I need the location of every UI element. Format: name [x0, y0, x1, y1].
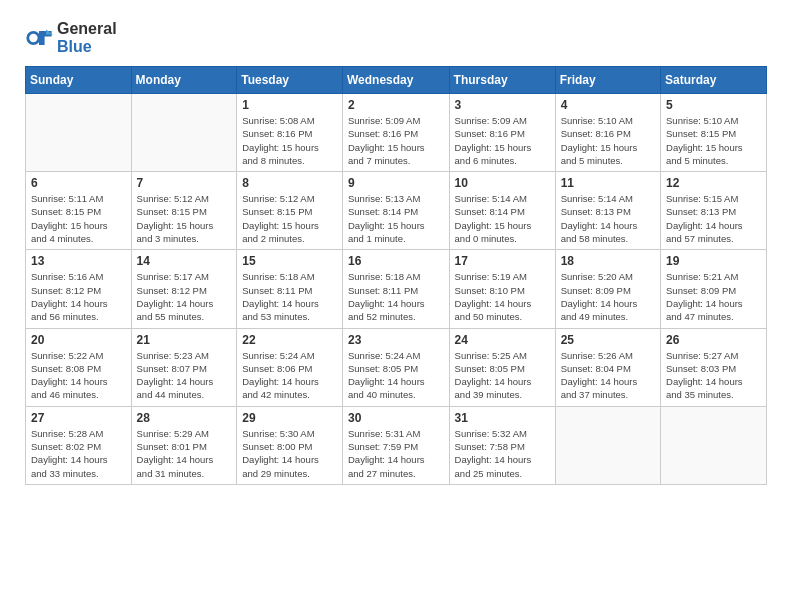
- calendar-week-row-1: 1Sunrise: 5:08 AM Sunset: 8:16 PM Daylig…: [26, 94, 767, 172]
- day-info: Sunrise: 5:18 AM Sunset: 8:11 PM Dayligh…: [242, 270, 337, 323]
- day-info: Sunrise: 5:20 AM Sunset: 8:09 PM Dayligh…: [561, 270, 655, 323]
- weekday-header-monday: Monday: [131, 67, 237, 94]
- calendar-cell: 26Sunrise: 5:27 AM Sunset: 8:03 PM Dayli…: [661, 328, 767, 406]
- calendar-cell: 17Sunrise: 5:19 AM Sunset: 8:10 PM Dayli…: [449, 250, 555, 328]
- calendar-cell: 22Sunrise: 5:24 AM Sunset: 8:06 PM Dayli…: [237, 328, 343, 406]
- calendar-cell: 19Sunrise: 5:21 AM Sunset: 8:09 PM Dayli…: [661, 250, 767, 328]
- day-number: 24: [455, 333, 550, 347]
- day-number: 23: [348, 333, 444, 347]
- day-number: 15: [242, 254, 337, 268]
- day-number: 12: [666, 176, 761, 190]
- logo-icon: [25, 24, 53, 52]
- day-number: 11: [561, 176, 655, 190]
- day-info: Sunrise: 5:28 AM Sunset: 8:02 PM Dayligh…: [31, 427, 126, 480]
- day-info: Sunrise: 5:14 AM Sunset: 8:13 PM Dayligh…: [561, 192, 655, 245]
- calendar-week-row-5: 27Sunrise: 5:28 AM Sunset: 8:02 PM Dayli…: [26, 406, 767, 484]
- day-number: 4: [561, 98, 655, 112]
- calendar-cell: 7Sunrise: 5:12 AM Sunset: 8:15 PM Daylig…: [131, 172, 237, 250]
- calendar-cell: [26, 94, 132, 172]
- day-number: 16: [348, 254, 444, 268]
- day-info: Sunrise: 5:21 AM Sunset: 8:09 PM Dayligh…: [666, 270, 761, 323]
- calendar-cell: 20Sunrise: 5:22 AM Sunset: 8:08 PM Dayli…: [26, 328, 132, 406]
- day-info: Sunrise: 5:17 AM Sunset: 8:12 PM Dayligh…: [137, 270, 232, 323]
- calendar-cell: 31Sunrise: 5:32 AM Sunset: 7:58 PM Dayli…: [449, 406, 555, 484]
- calendar-cell: 21Sunrise: 5:23 AM Sunset: 8:07 PM Dayli…: [131, 328, 237, 406]
- calendar-cell: 3Sunrise: 5:09 AM Sunset: 8:16 PM Daylig…: [449, 94, 555, 172]
- day-info: Sunrise: 5:15 AM Sunset: 8:13 PM Dayligh…: [666, 192, 761, 245]
- day-info: Sunrise: 5:08 AM Sunset: 8:16 PM Dayligh…: [242, 114, 337, 167]
- calendar-cell: 18Sunrise: 5:20 AM Sunset: 8:09 PM Dayli…: [555, 250, 660, 328]
- day-number: 28: [137, 411, 232, 425]
- day-info: Sunrise: 5:22 AM Sunset: 8:08 PM Dayligh…: [31, 349, 126, 402]
- weekday-header-saturday: Saturday: [661, 67, 767, 94]
- day-info: Sunrise: 5:19 AM Sunset: 8:10 PM Dayligh…: [455, 270, 550, 323]
- weekday-header-wednesday: Wednesday: [343, 67, 450, 94]
- day-number: 9: [348, 176, 444, 190]
- calendar-cell: 14Sunrise: 5:17 AM Sunset: 8:12 PM Dayli…: [131, 250, 237, 328]
- day-info: Sunrise: 5:13 AM Sunset: 8:14 PM Dayligh…: [348, 192, 444, 245]
- day-number: 8: [242, 176, 337, 190]
- day-number: 27: [31, 411, 126, 425]
- svg-point-1: [29, 34, 37, 42]
- calendar-cell: 6Sunrise: 5:11 AM Sunset: 8:15 PM Daylig…: [26, 172, 132, 250]
- day-number: 22: [242, 333, 337, 347]
- day-number: 1: [242, 98, 337, 112]
- day-info: Sunrise: 5:09 AM Sunset: 8:16 PM Dayligh…: [455, 114, 550, 167]
- calendar-cell: 5Sunrise: 5:10 AM Sunset: 8:15 PM Daylig…: [661, 94, 767, 172]
- day-number: 29: [242, 411, 337, 425]
- day-info: Sunrise: 5:30 AM Sunset: 8:00 PM Dayligh…: [242, 427, 337, 480]
- day-info: Sunrise: 5:10 AM Sunset: 8:16 PM Dayligh…: [561, 114, 655, 167]
- calendar-cell: 25Sunrise: 5:26 AM Sunset: 8:04 PM Dayli…: [555, 328, 660, 406]
- calendar-cell: [661, 406, 767, 484]
- calendar-week-row-4: 20Sunrise: 5:22 AM Sunset: 8:08 PM Dayli…: [26, 328, 767, 406]
- day-info: Sunrise: 5:12 AM Sunset: 8:15 PM Dayligh…: [137, 192, 232, 245]
- calendar-week-row-2: 6Sunrise: 5:11 AM Sunset: 8:15 PM Daylig…: [26, 172, 767, 250]
- day-info: Sunrise: 5:09 AM Sunset: 8:16 PM Dayligh…: [348, 114, 444, 167]
- calendar-cell: 24Sunrise: 5:25 AM Sunset: 8:05 PM Dayli…: [449, 328, 555, 406]
- day-info: Sunrise: 5:16 AM Sunset: 8:12 PM Dayligh…: [31, 270, 126, 323]
- day-number: 18: [561, 254, 655, 268]
- calendar-cell: 8Sunrise: 5:12 AM Sunset: 8:15 PM Daylig…: [237, 172, 343, 250]
- day-info: Sunrise: 5:12 AM Sunset: 8:15 PM Dayligh…: [242, 192, 337, 245]
- calendar-cell: 13Sunrise: 5:16 AM Sunset: 8:12 PM Dayli…: [26, 250, 132, 328]
- day-info: Sunrise: 5:18 AM Sunset: 8:11 PM Dayligh…: [348, 270, 444, 323]
- day-number: 13: [31, 254, 126, 268]
- day-info: Sunrise: 5:23 AM Sunset: 8:07 PM Dayligh…: [137, 349, 232, 402]
- calendar-cell: 11Sunrise: 5:14 AM Sunset: 8:13 PM Dayli…: [555, 172, 660, 250]
- calendar-week-row-3: 13Sunrise: 5:16 AM Sunset: 8:12 PM Dayli…: [26, 250, 767, 328]
- day-number: 30: [348, 411, 444, 425]
- day-number: 19: [666, 254, 761, 268]
- day-info: Sunrise: 5:14 AM Sunset: 8:14 PM Dayligh…: [455, 192, 550, 245]
- page-header: General Blue: [25, 20, 767, 56]
- day-info: Sunrise: 5:11 AM Sunset: 8:15 PM Dayligh…: [31, 192, 126, 245]
- day-info: Sunrise: 5:10 AM Sunset: 8:15 PM Dayligh…: [666, 114, 761, 167]
- calendar-cell: 12Sunrise: 5:15 AM Sunset: 8:13 PM Dayli…: [661, 172, 767, 250]
- day-number: 14: [137, 254, 232, 268]
- day-number: 6: [31, 176, 126, 190]
- logo: General Blue: [25, 20, 117, 56]
- calendar-cell: 29Sunrise: 5:30 AM Sunset: 8:00 PM Dayli…: [237, 406, 343, 484]
- calendar-cell: 28Sunrise: 5:29 AM Sunset: 8:01 PM Dayli…: [131, 406, 237, 484]
- day-number: 2: [348, 98, 444, 112]
- calendar-cell: 15Sunrise: 5:18 AM Sunset: 8:11 PM Dayli…: [237, 250, 343, 328]
- day-info: Sunrise: 5:29 AM Sunset: 8:01 PM Dayligh…: [137, 427, 232, 480]
- day-number: 5: [666, 98, 761, 112]
- calendar-cell: 4Sunrise: 5:10 AM Sunset: 8:16 PM Daylig…: [555, 94, 660, 172]
- calendar-cell: 23Sunrise: 5:24 AM Sunset: 8:05 PM Dayli…: [343, 328, 450, 406]
- logo-blue-text: Blue: [57, 38, 92, 55]
- calendar-cell: [131, 94, 237, 172]
- calendar-cell: 2Sunrise: 5:09 AM Sunset: 8:16 PM Daylig…: [343, 94, 450, 172]
- weekday-header-friday: Friday: [555, 67, 660, 94]
- day-number: 3: [455, 98, 550, 112]
- calendar-cell: 1Sunrise: 5:08 AM Sunset: 8:16 PM Daylig…: [237, 94, 343, 172]
- calendar-cell: 30Sunrise: 5:31 AM Sunset: 7:59 PM Dayli…: [343, 406, 450, 484]
- day-info: Sunrise: 5:24 AM Sunset: 8:06 PM Dayligh…: [242, 349, 337, 402]
- weekday-header-thursday: Thursday: [449, 67, 555, 94]
- weekday-header-sunday: Sunday: [26, 67, 132, 94]
- logo-general-text: General: [57, 20, 117, 37]
- weekday-header-row: SundayMondayTuesdayWednesdayThursdayFrid…: [26, 67, 767, 94]
- day-number: 20: [31, 333, 126, 347]
- day-info: Sunrise: 5:31 AM Sunset: 7:59 PM Dayligh…: [348, 427, 444, 480]
- day-info: Sunrise: 5:25 AM Sunset: 8:05 PM Dayligh…: [455, 349, 550, 402]
- calendar-cell: 27Sunrise: 5:28 AM Sunset: 8:02 PM Dayli…: [26, 406, 132, 484]
